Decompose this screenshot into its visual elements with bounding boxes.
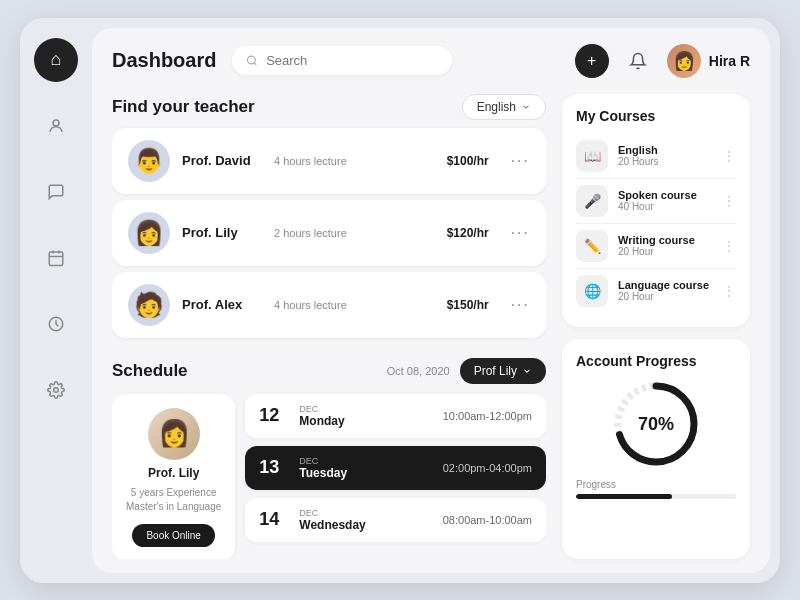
course-info: Spoken course 40 Hour bbox=[618, 189, 712, 212]
find-teacher-title: Find your teacher bbox=[112, 97, 255, 117]
svg-point-6 bbox=[54, 387, 59, 392]
course-icon: 🌐 bbox=[576, 275, 608, 307]
professor-name: Prof. Lily bbox=[148, 466, 199, 480]
find-teacher-section: Find your teacher English Prof. David 4 … bbox=[112, 94, 546, 344]
day-info: Dec Wednesday bbox=[299, 508, 369, 532]
teacher-more-btn[interactable]: ··· bbox=[511, 152, 530, 170]
progress-title: Account Progress bbox=[576, 353, 736, 369]
progress-circle: 70% bbox=[611, 379, 701, 469]
professor-experience: 5 years Experience Master's in Language bbox=[126, 486, 221, 514]
chevron-down-icon bbox=[521, 102, 531, 112]
course-info: Language course 20 Hour bbox=[618, 279, 712, 302]
teacher-rate: $100/hr bbox=[447, 154, 489, 168]
right-panel: My Courses 📖 English 20 Hours ⋮ 🎤 Spoken… bbox=[562, 94, 750, 559]
find-teacher-header: Find your teacher English bbox=[112, 94, 546, 120]
course-item: 📖 English 20 Hours ⋮ bbox=[576, 134, 736, 179]
course-icon: 📖 bbox=[576, 140, 608, 172]
language-dropdown[interactable]: English bbox=[462, 94, 546, 120]
svg-point-7 bbox=[248, 56, 256, 64]
schedule-day-row-active[interactable]: 13 Dec Tuesday 02:00pm-04:00pm bbox=[245, 446, 546, 490]
teacher-card: Prof. Lily 2 hours lecture $120/hr ··· bbox=[112, 200, 546, 266]
progress-circle-container: 70% bbox=[576, 379, 736, 469]
svg-rect-1 bbox=[49, 252, 63, 266]
prof-filter-btn[interactable]: Prof Lily bbox=[460, 358, 546, 384]
teacher-avatar-david bbox=[128, 140, 170, 182]
course-info: English 20 Hours bbox=[618, 144, 712, 167]
progress-percentage: 70% bbox=[638, 413, 674, 434]
teacher-hours: 4 hours lecture bbox=[274, 155, 435, 167]
sidebar-item-schedule[interactable] bbox=[34, 236, 78, 280]
teacher-card: Prof. David 4 hours lecture $100/hr ··· bbox=[112, 128, 546, 194]
course-icon: 🎤 bbox=[576, 185, 608, 217]
my-courses-title: My Courses bbox=[576, 108, 736, 124]
progress-bar-label: Progress bbox=[576, 479, 736, 490]
body-area: Find your teacher English Prof. David 4 … bbox=[92, 94, 770, 573]
user-profile[interactable]: 👩 Hira R bbox=[667, 44, 750, 78]
book-online-button[interactable]: Book Online bbox=[132, 524, 214, 547]
teacher-name: Prof. Alex bbox=[182, 297, 262, 312]
day-info: Dec Tuesday bbox=[299, 456, 369, 480]
day-time: 08:00am-10:00am bbox=[443, 514, 532, 526]
schedule-title: Schedule bbox=[112, 361, 188, 381]
course-icon: ✏️ bbox=[576, 230, 608, 262]
teacher-hours: 4 hours lecture bbox=[274, 299, 435, 311]
course-more-btn[interactable]: ⋮ bbox=[722, 283, 736, 299]
left-panel: Find your teacher English Prof. David 4 … bbox=[112, 94, 546, 559]
schedule-day-row[interactable]: 14 Dec Wednesday 08:00am-10:00am bbox=[245, 498, 546, 542]
course-more-btn[interactable]: ⋮ bbox=[722, 193, 736, 209]
notification-bell[interactable] bbox=[621, 44, 655, 78]
day-time: 02:00pm-04:00pm bbox=[443, 462, 532, 474]
teacher-card: Prof. Alex 4 hours lecture $150/hr ··· bbox=[112, 272, 546, 338]
search-icon bbox=[246, 54, 258, 67]
teacher-name: Prof. Lily bbox=[182, 225, 262, 240]
professor-card: Prof. Lily 5 years Experience Master's i… bbox=[112, 394, 235, 559]
teacher-name: Prof. David bbox=[182, 153, 262, 168]
course-item: ✏️ Writing course 20 Hour ⋮ bbox=[576, 224, 736, 269]
schedule-body: Prof. Lily 5 years Experience Master's i… bbox=[112, 394, 546, 559]
day-number: 13 bbox=[259, 457, 287, 478]
progress-bar-track bbox=[576, 494, 736, 499]
professor-avatar bbox=[148, 408, 200, 460]
schedule-days: 12 Dec Monday 10:00am-12:00pm 13 bbox=[245, 394, 546, 559]
course-item: 🌐 Language course 20 Hour ⋮ bbox=[576, 269, 736, 313]
schedule-header: Schedule Oct 08, 2020 Prof Lily bbox=[112, 358, 546, 384]
teacher-more-btn[interactable]: ··· bbox=[511, 224, 530, 242]
search-bar[interactable] bbox=[232, 46, 452, 75]
schedule-section: Schedule Oct 08, 2020 Prof Lily bbox=[112, 358, 546, 559]
svg-line-8 bbox=[255, 63, 257, 65]
course-item: 🎤 Spoken course 40 Hour ⋮ bbox=[576, 179, 736, 224]
sidebar-item-profile[interactable] bbox=[34, 104, 78, 148]
sidebar-item-home[interactable]: ⌂ bbox=[34, 38, 78, 82]
teacher-avatar-lily bbox=[128, 212, 170, 254]
teacher-avatar-alex bbox=[128, 284, 170, 326]
svg-point-0 bbox=[53, 120, 59, 126]
sidebar-item-settings[interactable] bbox=[34, 368, 78, 412]
user-name-label: Hira R bbox=[709, 53, 750, 69]
add-button[interactable]: + bbox=[575, 44, 609, 78]
day-number: 12 bbox=[259, 405, 287, 426]
day-number: 14 bbox=[259, 509, 287, 530]
progress-bar-fill bbox=[576, 494, 672, 499]
avatar: 👩 bbox=[667, 44, 701, 78]
chevron-down-icon bbox=[522, 366, 532, 376]
sidebar-item-chat[interactable] bbox=[34, 170, 78, 214]
course-more-btn[interactable]: ⋮ bbox=[722, 238, 736, 254]
schedule-date: Oct 08, 2020 bbox=[387, 365, 450, 377]
teacher-rate: $150/hr bbox=[447, 298, 489, 312]
sidebar: ⌂ bbox=[20, 18, 92, 583]
my-courses-card: My Courses 📖 English 20 Hours ⋮ 🎤 Spoken… bbox=[562, 94, 750, 327]
teacher-more-btn[interactable]: ··· bbox=[511, 296, 530, 314]
main-content: Dashboard + 👩 Hira R bbox=[92, 28, 770, 573]
teacher-hours: 2 hours lecture bbox=[274, 227, 435, 239]
account-progress-card: Account Progress 70% Progress bbox=[562, 339, 750, 559]
course-more-btn[interactable]: ⋮ bbox=[722, 148, 736, 164]
header-right: + 👩 Hira R bbox=[575, 44, 750, 78]
page-title: Dashboard bbox=[112, 49, 216, 72]
header: Dashboard + 👩 Hira R bbox=[92, 28, 770, 94]
search-input[interactable] bbox=[266, 53, 438, 68]
day-info: Dec Monday bbox=[299, 404, 369, 428]
day-time: 10:00am-12:00pm bbox=[443, 410, 532, 422]
schedule-day-row[interactable]: 12 Dec Monday 10:00am-12:00pm bbox=[245, 394, 546, 438]
teacher-rate: $120/hr bbox=[447, 226, 489, 240]
sidebar-item-history[interactable] bbox=[34, 302, 78, 346]
